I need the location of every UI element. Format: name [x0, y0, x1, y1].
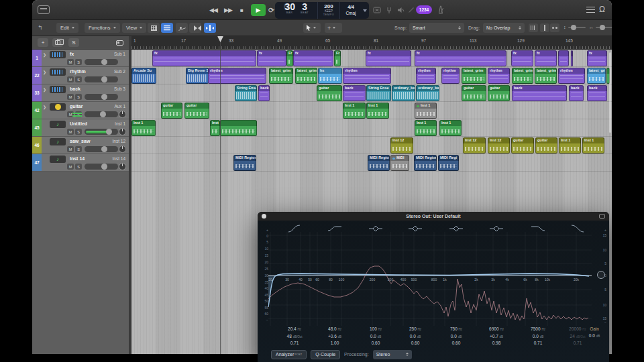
disclosure-triangle-icon[interactable]: ❯ — [43, 87, 46, 92]
track-type-icon[interactable]: ♪ — [50, 138, 66, 145]
track-header-row[interactable]: 42❯guitarAux 1MS — [32, 102, 129, 119]
mute-speaker-icon[interactable] — [396, 6, 405, 14]
region[interactable]: Inst 12 — [390, 137, 413, 154]
play-button[interactable]: ▶ — [251, 4, 266, 16]
volume-slider[interactable] — [85, 146, 118, 152]
mute-button[interactable]: M — [67, 76, 74, 82]
region[interactable]: back — [569, 85, 584, 101]
close-window-button[interactable] — [262, 214, 266, 219]
region[interactable]: MIDI Region — [233, 155, 256, 171]
forward-button[interactable]: ▶▶ — [224, 4, 232, 16]
band-gain[interactable]: 0.0 dB — [437, 333, 476, 341]
region[interactable]: hs — [318, 68, 342, 84]
track-header-row[interactable]: 22❯rhythmSub 2MS — [32, 67, 129, 84]
track-type-icon[interactable] — [50, 68, 66, 76]
eq-band-highpass-icon[interactable] — [286, 223, 303, 231]
region[interactable]: ordinary_ba — [392, 85, 415, 101]
disclosure-triangle-icon[interactable]: ❯ — [43, 105, 46, 109]
eq-band-column[interactable]: 100 Hz0.0 dB0.60 — [356, 326, 395, 347]
pan-knob[interactable] — [119, 145, 126, 153]
region[interactable]: latest_grim — [587, 68, 606, 84]
band-q[interactable]: 0.60 — [396, 340, 435, 347]
region[interactable]: fx — [511, 50, 533, 66]
region[interactable]: back — [512, 85, 567, 101]
region[interactable]: Inst 1 — [439, 120, 462, 136]
band-frequency[interactable]: 7500 Hz — [519, 326, 557, 333]
band-gain[interactable]: +0.6 dB — [315, 333, 354, 341]
eq-frequency-plot[interactable]: 2030405060801002003004005008001k2k3k4k6k… — [268, 232, 592, 326]
region[interactable]: ordinary_ba — [416, 85, 439, 101]
gain-column[interactable]: Gain 0.0 dB — [581, 326, 608, 338]
region[interactable]: Inst 12 — [488, 137, 510, 154]
region[interactable]: Inst 1 — [415, 103, 437, 119]
region[interactable]: fx — [415, 50, 506, 66]
solo-button[interactable]: S — [75, 59, 82, 65]
region[interactable]: guitar — [184, 103, 209, 119]
link-window-icon[interactable] — [599, 214, 605, 219]
master-gain-knob[interactable] — [597, 271, 605, 279]
region[interactable]: Inst 1 — [131, 120, 156, 136]
track-number[interactable]: 47 — [32, 154, 42, 171]
eq-band-bell-icon[interactable] — [407, 223, 423, 231]
band-gain[interactable]: 0.0 dB — [519, 333, 557, 341]
eq-band-column[interactable]: 7500 Hz0.0 dB0.71 — [519, 326, 557, 347]
secondary-tool-select[interactable]: + — [325, 23, 342, 33]
region[interactable] — [220, 120, 257, 136]
track-number[interactable]: 1 — [32, 50, 42, 66]
band-q[interactable]: 0.71 — [558, 340, 597, 347]
disclosure-triangle-icon[interactable]: ❯ — [43, 70, 46, 74]
track-header-row[interactable]: 33❯backSub 3MS — [32, 84, 129, 102]
processing-select[interactable]: Stereo — [373, 350, 412, 359]
pan-knob[interactable] — [119, 163, 126, 170]
marquee-icon[interactable] — [189, 23, 201, 33]
region[interactable]: latest_grim — [269, 68, 293, 84]
region[interactable]: rhythm — [441, 68, 460, 84]
eq-band-bell-icon[interactable] — [368, 223, 384, 231]
eq-band-lowpass-icon[interactable] — [570, 223, 586, 231]
add-track-button[interactable]: + — [38, 38, 48, 47]
eq-band-column[interactable]: 6900 Hz+0.7 dB0.98 — [477, 326, 516, 347]
flex-icon[interactable] — [204, 23, 216, 33]
band-frequency[interactable]: 20.4 Hz — [275, 326, 314, 333]
region[interactable] — [571, 50, 573, 66]
region[interactable]: Fr — [334, 50, 341, 66]
track-name[interactable]: rhythm — [70, 69, 86, 74]
loop-browser-icon[interactable]: Ω — [599, 5, 605, 14]
band-gain[interactable]: 0.0 dB — [396, 333, 435, 341]
region[interactable]: latest_grim — [512, 68, 533, 84]
region[interactable]: Fr — [286, 50, 293, 66]
band-q[interactable]: 0.60 — [356, 340, 395, 347]
band-frequency[interactable]: 750 Hz — [437, 326, 476, 333]
region[interactable]: rhythm — [416, 68, 436, 84]
track-header-row[interactable]: 45♪UntitledInst 1MS — [32, 119, 129, 137]
region[interactable]: Inst 1 — [582, 137, 604, 154]
track-name[interactable]: fx — [70, 52, 74, 56]
volume-knob[interactable] — [101, 76, 107, 82]
piano-roll-icon[interactable] — [161, 23, 173, 33]
region[interactable]: guitar — [161, 103, 182, 119]
lcd-display[interactable]: 030BAR 3BEAT 200 KEEP TEMPO 4/4 Cmaj — [275, 2, 369, 19]
eq-band-bell-icon[interactable] — [488, 223, 504, 231]
volume-slider[interactable] — [85, 111, 118, 117]
region[interactable]: fx — [257, 50, 286, 66]
region[interactable]: back — [343, 85, 366, 101]
region[interactable]: MIDI — [390, 155, 409, 171]
region[interactable]: String Ensemble — [235, 85, 257, 101]
metronome-icon[interactable] — [436, 5, 445, 15]
band-gain[interactable]: 0.0 dB — [356, 333, 395, 341]
volume-slider[interactable] — [85, 129, 118, 135]
global-solo-button[interactable]: S — [68, 38, 79, 47]
region[interactable]: guitar — [317, 85, 342, 101]
volume-slider[interactable] — [85, 59, 118, 65]
volume-slider[interactable] — [85, 76, 118, 82]
automation-icon[interactable] — [176, 23, 188, 33]
pointer-tool-select[interactable] — [303, 23, 321, 33]
region[interactable]: MIDI Regi — [438, 155, 459, 171]
track-header-row[interactable]: 46♪saw_sawInst 12MS — [32, 137, 129, 154]
grid-icon[interactable] — [148, 23, 160, 33]
band-q[interactable]: 1.00 — [315, 340, 354, 347]
eq-band-high-shelf-icon[interactable] — [530, 223, 546, 231]
eq-band-bell-icon[interactable] — [448, 223, 464, 231]
menu-functions[interactable]: Functions — [85, 23, 120, 33]
track-number[interactable]: 45 — [32, 119, 42, 136]
